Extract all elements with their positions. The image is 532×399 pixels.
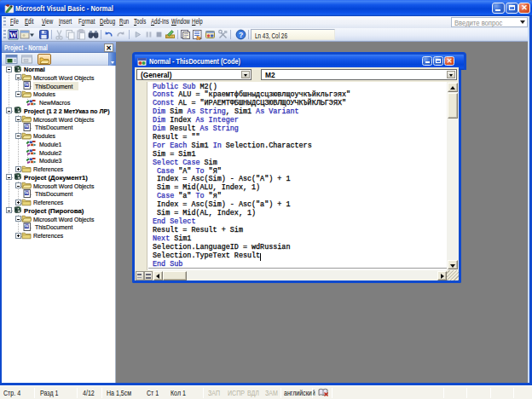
svg-text:?: ? <box>239 31 243 39</box>
svg-text:W: W <box>25 190 30 195</box>
svg-text:W: W <box>9 31 17 39</box>
svg-text:W: W <box>25 124 30 129</box>
svg-text:W: W <box>25 82 30 87</box>
svg-text:W: W <box>25 223 30 228</box>
